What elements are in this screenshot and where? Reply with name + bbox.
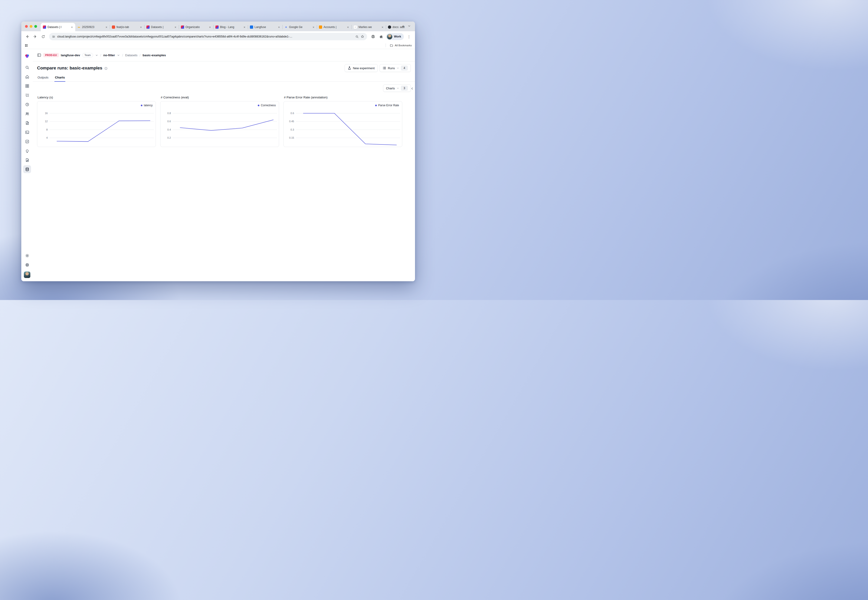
url-text[interactable]: cloud.langfuse.com/project/cmfwgv8fx002o…	[57, 35, 354, 38]
charts-dropdown-label: Charts	[386, 86, 395, 90]
breadcrumb-datasets-link[interactable]: Datasets	[125, 53, 137, 57]
browser-tab[interactable]: feat(io-tab×	[110, 23, 144, 31]
reload-button[interactable]	[39, 33, 47, 40]
svg-text:16: 16	[45, 112, 48, 115]
close-window-button[interactable]	[25, 25, 28, 28]
tab-close-icon[interactable]: ×	[139, 26, 143, 29]
sidebar-item-datasets[interactable]	[23, 165, 31, 173]
project-name[interactable]: no-filter	[103, 53, 115, 57]
new-experiment-button[interactable]: New experiment	[344, 64, 378, 72]
environment-badge: PROD-EU	[43, 53, 59, 57]
site-settings-icon[interactable]	[52, 35, 55, 38]
sidebar-item-home[interactable]	[23, 73, 31, 80]
sidebar-item-search[interactable]	[23, 64, 31, 71]
browser-tab[interactable]: Datasets |×	[144, 23, 179, 31]
tab-close-icon[interactable]: ×	[381, 26, 384, 29]
apps-grid-icon[interactable]	[24, 44, 28, 47]
browser-tab[interactable]: Accounts |×	[317, 23, 351, 31]
chart-card: 481216latency	[37, 101, 156, 147]
org-switcher-chevron-icon[interactable]	[95, 54, 98, 57]
browser-tab[interactable]: Datasets | l×	[41, 23, 75, 31]
browser-tab[interactable]: ≡Marlies we×	[351, 23, 386, 31]
all-bookmarks-label[interactable]: All Bookmarks	[395, 44, 412, 47]
browser-profile-button[interactable]: Work	[386, 33, 404, 40]
browser-menu-icon[interactable]: ⋮	[405, 33, 413, 40]
bookmark-star-icon[interactable]	[361, 35, 364, 38]
tab-close-icon[interactable]: ×	[70, 26, 74, 29]
tab-close-icon[interactable]: ×	[243, 26, 246, 29]
aws-favicon	[319, 26, 322, 29]
tab-outputs[interactable]: Outputs	[37, 74, 49, 82]
browser-tab[interactable]: docs: add×	[386, 23, 415, 31]
sidebar-item-evaluation[interactable]	[23, 138, 31, 145]
runs-dropdown-button[interactable]: Runs 4	[379, 64, 411, 72]
tab-close-icon[interactable]: ×	[346, 26, 350, 29]
zoom-icon[interactable]	[355, 35, 359, 38]
tab-close-icon[interactable]: ×	[105, 26, 108, 29]
breadcrumb-dataset-name[interactable]: basic-examples	[143, 53, 166, 57]
charts-dropdown-button[interactable]: Charts 3	[383, 85, 411, 92]
insights-icon	[25, 148, 29, 153]
runs-count-badge: 4	[401, 65, 408, 71]
sidebar-item-sessions[interactable]	[23, 100, 31, 108]
tab-title: Datasets |	[151, 26, 172, 29]
browser-tab[interactable]: Langfuse×	[248, 23, 282, 31]
url-bar[interactable]: cloud.langfuse.com/project/cmfwgv8fx002o…	[49, 33, 367, 40]
browser-tab[interactable]: Blog - Lang×	[213, 23, 248, 31]
page-title: Compare runs: basic-examples	[37, 65, 102, 71]
user-avatar[interactable]	[24, 271, 30, 278]
sidebar-item-users[interactable]	[23, 110, 31, 118]
langfuse-logo[interactable]	[24, 51, 30, 61]
sidebar-item-settings[interactable]	[23, 252, 31, 259]
browser-tabs: Datasets | l×∞20250923×feat(io-tab×Datas…	[41, 23, 398, 31]
minimize-window-button[interactable]	[30, 25, 32, 28]
search-icon	[25, 65, 29, 70]
browser-tab[interactable]: ∞20250923×	[75, 23, 110, 31]
organization-name[interactable]: langfuse-dev	[61, 53, 80, 57]
tab-close-icon[interactable]: ×	[208, 26, 212, 29]
sidebar-item-insights[interactable]	[23, 147, 31, 155]
bookmarks-divider	[385, 44, 386, 47]
settings-icon	[25, 253, 29, 258]
tab-close-icon[interactable]: ×	[277, 26, 281, 29]
charts-count-badge: 3	[401, 86, 408, 91]
svg-text:0.45: 0.45	[289, 120, 294, 123]
project-switcher-chevron-icon[interactable]	[117, 54, 120, 57]
browser-tab[interactable]: Organizatio×	[179, 23, 213, 31]
tab-title: docs: add	[393, 26, 414, 29]
back-button[interactable]	[24, 33, 31, 40]
sidebar-item-playground[interactable]	[23, 128, 31, 136]
tab-charts[interactable]: Charts	[55, 74, 65, 82]
tab-close-icon[interactable]: ×	[174, 26, 177, 29]
browser-tab[interactable]: ✦Google Ge×	[282, 23, 317, 31]
browser-window: Datasets | l×∞20250923×feat(io-tab×Datas…	[21, 21, 415, 281]
sidebar-item-dashboards[interactable]	[23, 82, 31, 90]
extensions-icon[interactable]	[377, 33, 385, 40]
info-icon[interactable]	[104, 67, 108, 70]
tab-close-icon[interactable]: ×	[312, 26, 315, 29]
sidebar-item-support[interactable]	[23, 261, 31, 269]
collapse-panel-chevron-icon[interactable]	[410, 87, 414, 90]
gemini-favicon: ✦	[284, 26, 288, 29]
tab-title: Datasets | l	[47, 26, 69, 29]
tab-title: Marlies we	[358, 26, 379, 29]
sidebar-item-annotations[interactable]	[23, 156, 31, 164]
chart-card: 0.20.40.60.8Correctness	[160, 101, 279, 147]
chart-title: # Correctness (eval)	[161, 95, 279, 99]
charts-chevron-icon	[396, 87, 399, 89]
chart-legend: Correctness	[258, 104, 276, 107]
sidebar-toggle-icon[interactable]	[37, 53, 41, 57]
breadcrumb-separator: /	[140, 53, 141, 57]
svg-text:8: 8	[46, 128, 48, 131]
users-icon	[25, 112, 29, 116]
account-icon[interactable]	[369, 33, 377, 40]
sidebar-footer	[23, 252, 31, 278]
org-type-badge: Team	[82, 53, 93, 58]
sidebar-item-prompts[interactable]	[23, 119, 31, 127]
forward-button[interactable]	[32, 33, 39, 40]
langfuse-favicon	[181, 26, 184, 29]
sidebar-item-tracing[interactable]	[23, 91, 31, 99]
datasets-icon	[25, 167, 29, 171]
zoom-window-button[interactable]	[34, 25, 37, 28]
colab-favicon: ∞	[77, 26, 80, 29]
